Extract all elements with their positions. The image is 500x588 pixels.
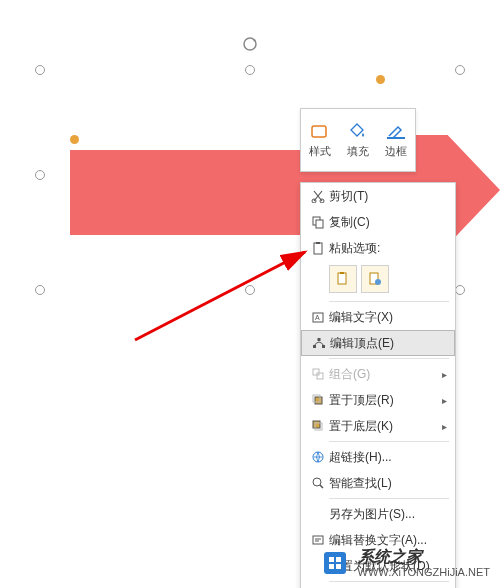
- menu-save-as-picture[interactable]: 另存为图片(S)...: [301, 501, 455, 527]
- selection-handle[interactable]: [455, 65, 465, 75]
- selection-handle[interactable]: [455, 285, 465, 295]
- svg-rect-29: [329, 557, 334, 562]
- menu-separator: [329, 358, 449, 359]
- paste-icon: [307, 239, 329, 257]
- svg-rect-6: [316, 220, 323, 228]
- border-label: 边框: [385, 144, 407, 159]
- style-icon: [310, 121, 330, 141]
- edit-text-icon: A: [307, 308, 329, 326]
- paste-options-row: [301, 261, 455, 299]
- svg-rect-18: [313, 369, 319, 375]
- menu-label: 组合(G): [329, 366, 442, 383]
- selection-handle[interactable]: [245, 285, 255, 295]
- watermark-logo-icon: [318, 546, 352, 580]
- border-button[interactable]: 边框: [377, 109, 415, 171]
- svg-rect-7: [314, 243, 322, 254]
- border-icon: [386, 121, 406, 141]
- menu-send-back[interactable]: 置于底层(K) ▸: [301, 413, 455, 439]
- watermark: 系统之家 WWW.XiTONGZHiJiA.NET: [318, 546, 490, 580]
- svg-text:A: A: [315, 314, 320, 321]
- menu-size-position[interactable]: 大小和位置(Z)...: [301, 584, 455, 588]
- svg-point-25: [313, 478, 321, 486]
- mini-toolbar: 样式 填充 边框: [300, 108, 416, 172]
- menu-edit-text[interactable]: A 编辑文字(X): [301, 304, 455, 330]
- menu-label: 超链接(H)...: [329, 449, 447, 466]
- svg-rect-1: [312, 126, 326, 137]
- svg-rect-31: [329, 564, 334, 569]
- menu-separator: [329, 441, 449, 442]
- watermark-url: WWW.XiTONGZHiJiA.NET: [358, 566, 490, 579]
- svg-rect-28: [324, 552, 346, 574]
- paste-option-2[interactable]: [361, 265, 389, 293]
- menu-label: 置于顶层(R): [329, 392, 442, 409]
- svg-point-0: [244, 38, 256, 50]
- edit-point[interactable]: [376, 75, 385, 84]
- menu-edit-points[interactable]: 编辑顶点(E): [301, 330, 455, 356]
- menu-label: 智能查找(L): [329, 475, 447, 492]
- lookup-icon: [307, 474, 329, 492]
- edit-points-icon: [308, 334, 330, 352]
- svg-point-12: [375, 279, 381, 285]
- menu-cut[interactable]: 剪切(T): [301, 183, 455, 209]
- menu-group[interactable]: 组合(G) ▸: [301, 361, 455, 387]
- svg-rect-9: [338, 273, 346, 284]
- cut-icon: [307, 187, 329, 205]
- svg-rect-17: [318, 338, 321, 341]
- watermark-name: 系统之家: [358, 547, 490, 566]
- fill-button[interactable]: 填充: [339, 109, 377, 171]
- svg-rect-22: [313, 421, 320, 428]
- menu-smart-lookup[interactable]: 智能查找(L): [301, 470, 455, 496]
- menu-separator: [329, 581, 449, 582]
- menu-label: 编辑文字(X): [329, 309, 447, 326]
- fill-label: 填充: [347, 144, 369, 159]
- menu-separator: [329, 301, 449, 302]
- svg-rect-16: [322, 345, 325, 348]
- menu-hyperlink[interactable]: 超链接(H)...: [301, 444, 455, 470]
- svg-rect-30: [336, 557, 341, 562]
- link-icon: [307, 448, 329, 466]
- menu-copy[interactable]: 复制(C): [301, 209, 455, 235]
- menu-label: 剪切(T): [329, 188, 447, 205]
- send-back-icon: [307, 417, 329, 435]
- paste-option-1[interactable]: [329, 265, 357, 293]
- svg-rect-19: [317, 373, 323, 379]
- style-button[interactable]: 样式: [301, 109, 339, 171]
- svg-rect-15: [313, 345, 316, 348]
- rotate-handle[interactable]: [241, 35, 259, 57]
- submenu-arrow-icon: ▸: [442, 421, 447, 432]
- svg-rect-26: [313, 536, 323, 544]
- selection-handle[interactable]: [245, 65, 255, 75]
- selection-handle[interactable]: [35, 285, 45, 295]
- context-menu: 剪切(T) 复制(C) 粘贴选项: A 编辑文字(X) 编辑顶点(E) 组合(G…: [300, 182, 456, 588]
- selection-handle[interactable]: [35, 65, 45, 75]
- menu-label: 置于底层(K): [329, 418, 442, 435]
- submenu-arrow-icon: ▸: [442, 369, 447, 380]
- menu-label: 另存为图片(S)...: [329, 506, 447, 523]
- selection-handle[interactable]: [35, 170, 45, 180]
- menu-label: 粘贴选项:: [329, 240, 447, 257]
- menu-label: 编辑顶点(E): [330, 335, 446, 352]
- submenu-arrow-icon: ▸: [442, 395, 447, 406]
- svg-rect-10: [340, 272, 344, 274]
- group-icon: [307, 365, 329, 383]
- style-label: 样式: [309, 144, 331, 159]
- svg-rect-32: [336, 564, 341, 569]
- fill-icon: [348, 121, 368, 141]
- menu-separator: [329, 498, 449, 499]
- svg-rect-8: [316, 242, 320, 244]
- copy-icon: [307, 213, 329, 231]
- svg-rect-20: [315, 397, 322, 404]
- svg-rect-2: [387, 137, 405, 139]
- menu-paste-options: 粘贴选项:: [301, 235, 455, 261]
- menu-label: 复制(C): [329, 214, 447, 231]
- menu-bring-front[interactable]: 置于顶层(R) ▸: [301, 387, 455, 413]
- bring-front-icon: [307, 391, 329, 409]
